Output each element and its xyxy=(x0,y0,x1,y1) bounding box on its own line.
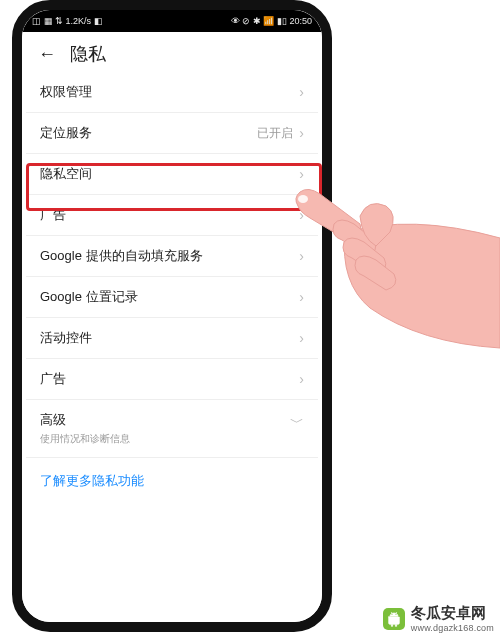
watermark-text: 冬瓜安卓网 www.dgazk168.com xyxy=(411,604,494,633)
setting-row-location[interactable]: 定位服务 已开启 › xyxy=(26,113,318,154)
row-label: Google 位置记录 xyxy=(40,288,299,306)
learn-more-link[interactable]: 了解更多隐私功能 xyxy=(26,458,318,501)
settings-list: 权限管理 › 定位服务 已开启 › 隐私空间 › 广告 › Google 提供的… xyxy=(22,72,322,622)
row-label: 高级 xyxy=(40,411,304,429)
screen: ◫ ▦ ⇅ 1.2K/s ◧ 👁 ⊘ ✱ 📶 ▮▯ 20:50 ← 隐私 权限管… xyxy=(22,10,322,622)
setting-row-ads[interactable]: 广告 › xyxy=(26,195,318,236)
chevron-right-icon: › xyxy=(299,289,304,305)
setting-row-permissions[interactable]: 权限管理 › xyxy=(26,72,318,113)
page-title: 隐私 xyxy=(70,42,106,66)
header: ← 隐私 xyxy=(22,32,322,72)
status-bar: ◫ ▦ ⇅ 1.2K/s ◧ 👁 ⊘ ✱ 📶 ▮▯ 20:50 xyxy=(22,10,322,32)
status-left: ◫ ▦ ⇅ 1.2K/s ◧ xyxy=(32,16,103,26)
chevron-right-icon: › xyxy=(299,125,304,141)
row-label: 广告 xyxy=(40,370,299,388)
chevron-right-icon: › xyxy=(299,84,304,100)
svg-point-2 xyxy=(395,613,396,614)
setting-row-google-autofill[interactable]: Google 提供的自动填充服务 › xyxy=(26,236,318,277)
setting-row-private-space[interactable]: 隐私空间 › xyxy=(26,154,318,195)
setting-row-advanced[interactable]: 高级 使用情况和诊断信息 ﹀ xyxy=(26,400,318,458)
row-label: Google 提供的自动填充服务 xyxy=(40,247,299,265)
row-label: 活动控件 xyxy=(40,329,299,347)
chevron-right-icon: › xyxy=(299,371,304,387)
chevron-right-icon: › xyxy=(299,330,304,346)
svg-point-1 xyxy=(391,613,392,614)
row-label: 广告 xyxy=(40,206,299,224)
chevron-down-icon: ﹀ xyxy=(290,414,304,432)
row-label: 了解更多隐私功能 xyxy=(40,472,304,490)
status-right: 👁 ⊘ ✱ 📶 ▮▯ 20:50 xyxy=(231,16,312,26)
watermark: 冬瓜安卓网 www.dgazk168.com xyxy=(383,604,494,633)
chevron-right-icon: › xyxy=(299,248,304,264)
watermark-url: www.dgazk168.com xyxy=(411,623,494,633)
chevron-right-icon: › xyxy=(299,166,304,182)
setting-row-google-location-history[interactable]: Google 位置记录 › xyxy=(26,277,318,318)
row-label: 隐私空间 xyxy=(40,165,299,183)
chevron-right-icon: › xyxy=(299,207,304,223)
setting-row-ads-2[interactable]: 广告 › xyxy=(26,359,318,400)
android-icon xyxy=(383,608,405,630)
row-subtitle: 使用情况和诊断信息 xyxy=(40,432,304,446)
row-value: 已开启 xyxy=(257,125,293,142)
phone-frame: ◫ ▦ ⇅ 1.2K/s ◧ 👁 ⊘ ✱ 📶 ▮▯ 20:50 ← 隐私 权限管… xyxy=(12,0,332,632)
row-label: 定位服务 xyxy=(40,124,257,142)
watermark-name: 冬瓜安卓网 xyxy=(411,604,494,623)
back-icon[interactable]: ← xyxy=(38,45,56,63)
row-label: 权限管理 xyxy=(40,83,299,101)
setting-row-activity-widgets[interactable]: 活动控件 › xyxy=(26,318,318,359)
